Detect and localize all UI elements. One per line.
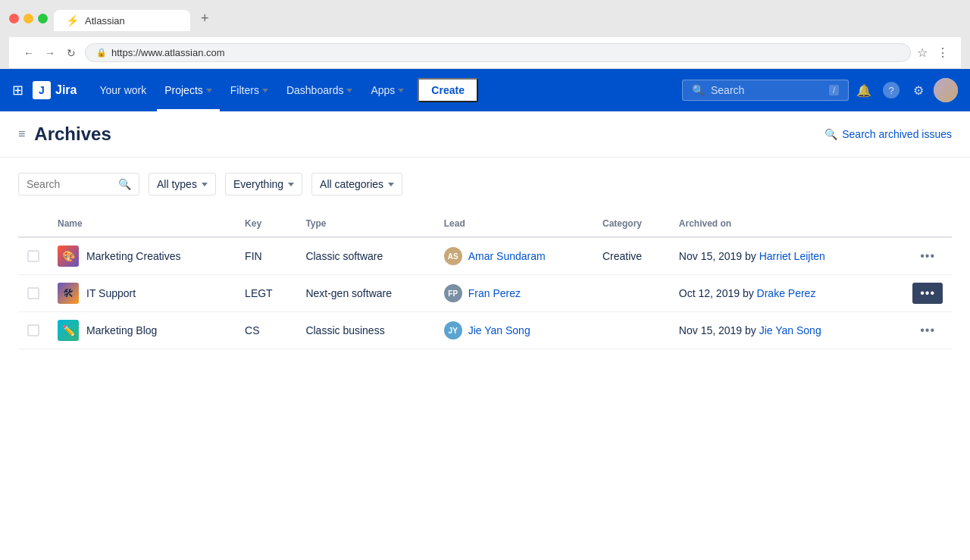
project-name-cell: ✏️ Marketing Blog (48, 312, 236, 349)
tab-favicon: ⚡ (66, 14, 79, 27)
archived-by-link[interactable]: Drake Perez (757, 287, 816, 299)
project-archived-cell: Oct 12, 2019 by Drake Perez (670, 275, 888, 312)
key-col-header: Key (236, 211, 296, 237)
browser-addressbar: ← → ↻ 🔒 https://www.atlassian.com ☆ ⋮ (9, 37, 961, 69)
search-archived-button[interactable]: 🔍 Search archived issues (824, 128, 952, 140)
new-tab-button[interactable]: + (192, 6, 218, 31)
project-category-cell: Creative (593, 237, 670, 275)
help-icon: ? (883, 82, 900, 99)
category-filter-dropdown[interactable]: All categories (311, 173, 402, 196)
project-type-cell: Classic business (296, 312, 434, 349)
project-lead-cell: JY Jie Yan Song (435, 312, 593, 349)
category-filter-chevron-icon (388, 183, 394, 186)
nav-projects-label: Projects (164, 84, 203, 96)
bell-icon: 🔔 (856, 83, 871, 98)
table-wrapper: Name Key Type Lead Category Archived on … (0, 211, 970, 349)
grid-icon[interactable]: ⊞ (12, 82, 23, 99)
active-tab[interactable]: ⚡ Atlassian (54, 10, 190, 31)
nav-projects[interactable]: Projects (157, 69, 220, 111)
row-checkbox[interactable] (27, 250, 39, 262)
search-placeholder: Search (711, 84, 744, 96)
create-button[interactable]: Create (418, 78, 478, 102)
tab-title: Atlassian (85, 15, 125, 27)
project-name: IT Support (86, 287, 136, 299)
table-header-row: Name Key Type Lead Category Archived on (18, 211, 952, 237)
archives-table: Name Key Type Lead Category Archived on … (18, 211, 952, 349)
jira-logo[interactable]: J Jira (33, 81, 77, 99)
browser-tabs: ⚡ Atlassian + (54, 6, 218, 31)
app: ⊞ J Jira Your work Projects Filters Dash… (0, 69, 970, 560)
nav-buttons: ← → ↻ (21, 45, 79, 61)
lead-avatar: FP (444, 284, 462, 302)
bookmark-icon[interactable]: ☆ (917, 45, 928, 60)
nav-dashboards-label: Dashboards (286, 84, 344, 96)
nav-filters[interactable]: Filters (223, 69, 276, 111)
project-key-cell: FIN (236, 237, 296, 275)
search-input[interactable] (27, 178, 114, 190)
actions-col-header (887, 211, 952, 237)
archived-col-header: Archived on (670, 211, 888, 237)
address-bar[interactable]: 🔒 https://www.atlassian.com (85, 43, 911, 62)
lead-name-link[interactable]: Amar Sundaram (468, 250, 546, 262)
lead-avatar: AS (444, 247, 462, 265)
row-checkbox-cell (18, 312, 48, 349)
notifications-button[interactable]: 🔔 (852, 78, 876, 102)
back-button[interactable]: ← (21, 45, 36, 61)
nav-apps-label: Apps (371, 84, 395, 96)
browser-actions: ☆ ⋮ (917, 45, 949, 60)
sidebar-toggle-icon[interactable]: ≡ (18, 127, 25, 141)
menu-icon[interactable]: ⋮ (937, 45, 949, 60)
more-options-button[interactable]: ••• (912, 320, 943, 341)
everything-filter-label: Everything (233, 178, 283, 190)
table-row: 🛠 IT Support LEGT Next-gen software FP F… (18, 275, 952, 312)
category-col-header: Category (593, 211, 670, 237)
browser-titlebar: ⚡ Atlassian + (9, 6, 961, 31)
nav-your-work[interactable]: Your work (92, 69, 154, 111)
table-row: ✏️ Marketing Blog CS Classic business JY… (18, 312, 952, 349)
table-row: 🎨 Marketing Creatives FIN Classic softwa… (18, 237, 952, 275)
minimize-button[interactable] (23, 14, 33, 23)
lead-avatar: JY (444, 321, 462, 339)
lead-name-link[interactable]: Jie Yan Song (468, 324, 530, 336)
jira-logo-text: Jira (55, 83, 77, 97)
avatar-image (934, 78, 958, 102)
project-name-cell: 🛠 IT Support (48, 275, 236, 312)
user-avatar[interactable] (934, 78, 958, 102)
forward-button[interactable]: → (42, 45, 58, 61)
settings-button[interactable]: ⚙ (906, 78, 931, 102)
row-checkbox-cell (18, 275, 48, 312)
type-filter-chevron-icon (202, 183, 208, 186)
row-checkbox[interactable] (27, 287, 39, 299)
browser-chrome: ⚡ Atlassian + ← → ↻ 🔒 https://www.atlass… (0, 0, 970, 69)
refresh-button[interactable]: ↻ (64, 45, 79, 61)
project-archived-cell: Nov 15, 2019 by Jie Yan Song (670, 312, 888, 349)
more-options-button-active[interactable]: ••• (912, 283, 943, 304)
project-lead-cell: FP Fran Perez (435, 275, 593, 312)
type-filter-dropdown[interactable]: All types (149, 173, 216, 196)
row-actions-cell: ••• (887, 275, 952, 312)
project-type-cell: Classic software (296, 237, 434, 275)
nav-search-box[interactable]: 🔍 Search / (682, 80, 849, 101)
filter-search-box[interactable]: 🔍 (18, 173, 139, 196)
close-button[interactable] (9, 14, 19, 23)
more-options-button[interactable]: ••• (912, 246, 943, 267)
traffic-lights (9, 14, 48, 23)
row-actions-cell: ••• (887, 237, 952, 275)
row-checkbox[interactable] (27, 324, 39, 336)
project-key-cell: LEGT (236, 275, 296, 312)
project-icon: 🛠 (58, 283, 79, 304)
archived-by-link[interactable]: Harriet Leijten (759, 250, 825, 262)
lead-name-link[interactable]: Fran Perez (468, 287, 521, 299)
maximize-button[interactable] (38, 14, 48, 23)
archived-by-link[interactable]: Jie Yan Song (759, 324, 821, 336)
row-actions-cell: ••• (887, 312, 952, 349)
dashboards-chevron-icon (346, 89, 352, 92)
jira-logo-icon: J (33, 81, 51, 99)
nav-dashboards[interactable]: Dashboards (279, 69, 361, 111)
help-button[interactable]: ? (879, 78, 903, 102)
everything-filter-dropdown[interactable]: Everything (225, 173, 302, 196)
project-name: Marketing Blog (86, 324, 157, 336)
name-col-header: Name (48, 211, 236, 237)
search-archived-label: Search archived issues (842, 128, 952, 140)
nav-apps[interactable]: Apps (363, 69, 411, 111)
